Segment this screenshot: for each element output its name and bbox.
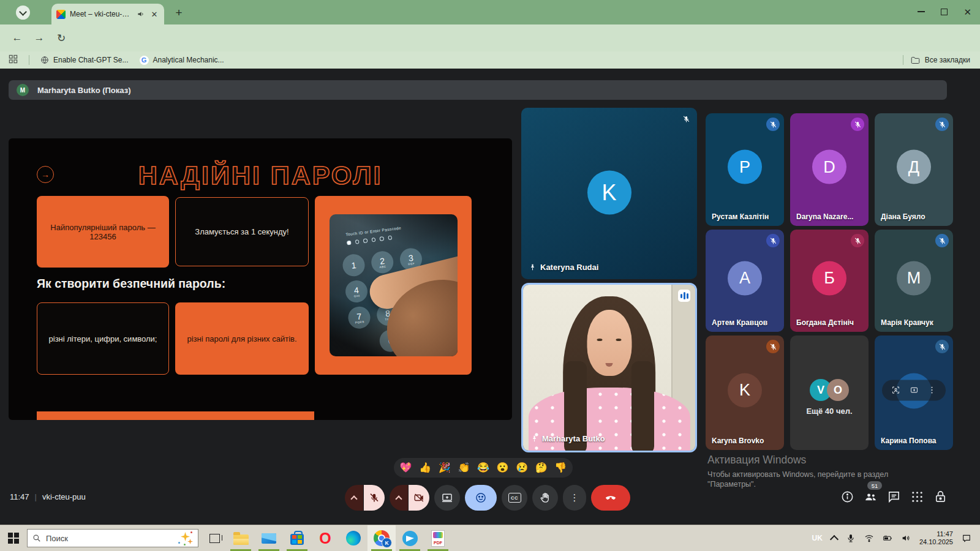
- taskbar-telegram[interactable]: [396, 525, 424, 551]
- taskbar-file-explorer[interactable]: [227, 525, 255, 551]
- reaction-clap[interactable]: 👏: [456, 463, 471, 473]
- new-tab-button[interactable]: +: [172, 6, 186, 20]
- chat-button[interactable]: [887, 490, 901, 506]
- mic-off-icon: [851, 118, 864, 131]
- task-view-icon: [209, 534, 220, 543]
- browser-toolbar: ← → ↻ meet.google.com/vki-cteu-puu?authu…: [0, 24, 980, 51]
- hand-icon: [539, 492, 551, 504]
- mic-mute-button[interactable]: [364, 485, 385, 511]
- bookmark-item[interactable]: G Analytical Mechanic...: [140, 56, 224, 65]
- participant-tile[interactable]: Д Діана Буяло: [875, 113, 953, 226]
- reaction-heart[interactable]: 💖: [399, 463, 413, 473]
- participant-tile-marharyta[interactable]: Marharyta Butko: [521, 283, 697, 452]
- participant-name: Рустам Казлітін: [712, 212, 769, 221]
- reload-button[interactable]: ↻: [53, 29, 70, 47]
- taskbar-opera[interactable]: O: [311, 525, 339, 551]
- back-button[interactable]: ←: [9, 29, 26, 47]
- reaction-thinking[interactable]: 🤔: [534, 463, 549, 473]
- wifi-icon[interactable]: [864, 533, 874, 543]
- taskbar-search[interactable]: Поиск: [27, 529, 198, 547]
- tile-hover-controls: [882, 380, 946, 400]
- windows-activation-line: Чтобы активировать Windows, перейдите в …: [707, 470, 888, 479]
- participant-tile[interactable]: D Daryna Nazare...: [790, 113, 869, 226]
- action-center-icon[interactable]: [962, 533, 971, 543]
- mic-control[interactable]: [345, 485, 385, 511]
- tray-expand-icon[interactable]: [830, 534, 839, 543]
- reaction-party[interactable]: 🎉: [437, 463, 452, 473]
- overflow-tile[interactable]: V O Ещё 40 чел.: [790, 335, 869, 450]
- taskbar-edge[interactable]: [339, 525, 368, 551]
- host-controls-button[interactable]: [933, 490, 948, 506]
- webcam-video: [523, 285, 695, 451]
- avatar: M: [897, 261, 931, 295]
- more-options-button[interactable]: ⋮: [563, 485, 586, 511]
- window-close-button[interactable]: ✕: [963, 7, 971, 17]
- chrome-profile-badge: K: [382, 538, 392, 548]
- window-minimize-button[interactable]: [918, 11, 925, 12]
- reaction-laugh[interactable]: 😂: [476, 463, 491, 473]
- pin-icon: [530, 435, 538, 443]
- people-icon: [864, 490, 878, 504]
- activities-button[interactable]: [910, 490, 924, 506]
- tray-mic-icon[interactable]: [846, 533, 856, 543]
- tab-search-button[interactable]: [16, 6, 30, 20]
- more-icon[interactable]: [927, 386, 937, 395]
- raise-hand-button[interactable]: [532, 485, 558, 511]
- present-icon: [441, 492, 453, 504]
- overflow-avatars: V O: [810, 379, 849, 401]
- camera-options-button[interactable]: [390, 485, 408, 511]
- tray-clock[interactable]: 11:47 24.10.2025: [919, 530, 953, 546]
- end-call-button[interactable]: [591, 485, 630, 511]
- language-indicator[interactable]: UK: [812, 534, 823, 542]
- taskbar-store[interactable]: [283, 525, 311, 551]
- browser-frame: Meet – vki-cteu-puu ✕ + ✕: [0, 0, 980, 24]
- meeting-panels: 51: [840, 490, 948, 506]
- present-button[interactable]: [434, 485, 460, 511]
- apps-grid-icon[interactable]: [9, 54, 18, 66]
- participant-tile[interactable]: Б Богдана Дєтініч: [790, 230, 869, 332]
- volume-icon[interactable]: [901, 533, 911, 543]
- store-icon: [290, 534, 304, 545]
- captions-button[interactable]: CC: [502, 485, 527, 511]
- reaction-cry[interactable]: 😢: [514, 463, 529, 473]
- mic-off-icon: [766, 340, 780, 353]
- participant-tile[interactable]: A Артем Кравцов: [706, 230, 784, 332]
- start-button[interactable]: [0, 525, 27, 551]
- mic-options-button[interactable]: [345, 485, 363, 511]
- taskbar-mail[interactable]: [255, 525, 283, 551]
- tab-close-button[interactable]: ✕: [149, 10, 159, 19]
- task-view-button[interactable]: [202, 525, 227, 551]
- focus-icon[interactable]: [891, 386, 900, 395]
- camera-off-button[interactable]: [409, 485, 429, 511]
- all-bookmarks-button[interactable]: Все закладки: [911, 56, 970, 64]
- taskbar-chrome[interactable]: K: [368, 525, 396, 551]
- windows-activation-line: "Параметры".: [707, 480, 756, 489]
- mic-off-icon: [766, 118, 780, 131]
- overflow-count: Ещё 40 чел.: [790, 407, 869, 416]
- participant-tile[interactable]: M Марія Кравчук: [875, 230, 953, 332]
- unpin-icon[interactable]: [910, 386, 919, 395]
- people-button[interactable]: 51: [864, 490, 878, 506]
- participant-tile[interactable]: P Рустам Казлітін: [706, 113, 784, 226]
- reaction-surprised[interactable]: 😮: [496, 463, 510, 473]
- info-button[interactable]: [840, 490, 854, 506]
- battery-icon[interactable]: [883, 533, 892, 543]
- avatar: K: [728, 373, 762, 407]
- participant-tile[interactable]: K Karyna Brovko: [706, 335, 784, 450]
- browser-tab[interactable]: Meet – vki-cteu-puu ✕: [51, 4, 164, 24]
- taskbar-pdf[interactable]: PDF: [424, 525, 452, 551]
- reaction-thumbs-down[interactable]: 👎: [553, 463, 568, 473]
- participant-tile-kateryna[interactable]: K Kateryna Rudai: [521, 108, 697, 279]
- reaction-thumbs-up[interactable]: 👍: [418, 463, 432, 473]
- smiley-icon: [475, 492, 487, 504]
- reactions-button[interactable]: [465, 485, 497, 511]
- tab-title: Meet – vki-cteu-puu: [70, 10, 132, 18]
- bookmark-item[interactable]: Enable Chat-GPT Se...: [40, 56, 129, 64]
- desktop: Meet – vki-cteu-puu ✕ + ✕ ← → ↻ meet.goo…: [0, 0, 980, 551]
- opera-icon: O: [319, 531, 331, 546]
- camera-control[interactable]: [390, 485, 429, 511]
- window-restore-button[interactable]: [941, 9, 948, 15]
- participant-tile[interactable]: Карина Попова: [875, 335, 953, 450]
- forward-button[interactable]: →: [31, 29, 48, 47]
- globe-icon: [40, 56, 49, 64]
